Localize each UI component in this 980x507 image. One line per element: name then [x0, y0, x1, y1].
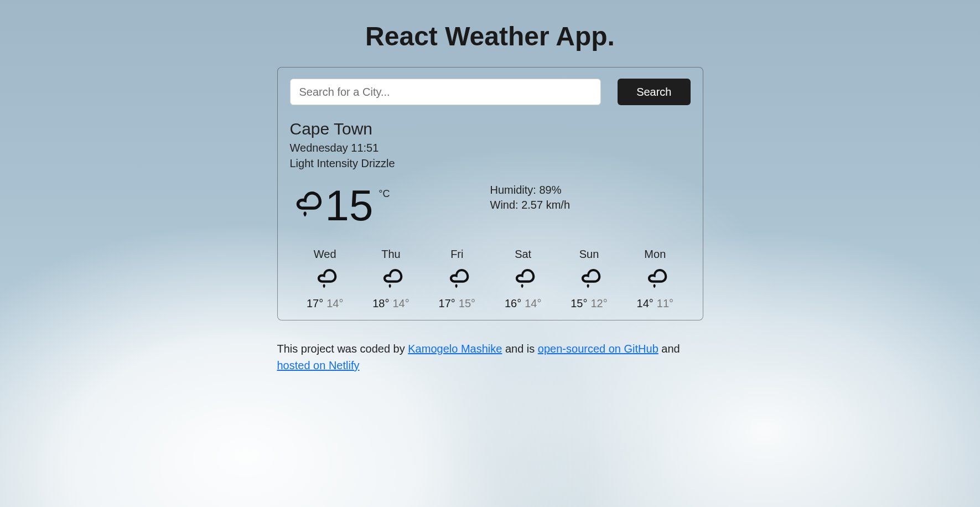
forecast-day-name: Mon	[622, 248, 688, 261]
author-link[interactable]: Kamogelo Mashike	[408, 343, 502, 355]
forecast-low: 14°	[326, 297, 343, 309]
current-left: 15 °C	[290, 180, 490, 227]
forecast-high: 18°	[372, 297, 389, 309]
forecast-low: 11°	[657, 297, 673, 309]
drizzle-icon	[643, 263, 667, 292]
github-link[interactable]: open-sourced on GitHub	[538, 343, 658, 355]
forecast-high: 14°	[637, 297, 654, 309]
current-stats: Humidity: 89% Wind: 2.57 km/h	[490, 180, 691, 213]
forecast-row: Wed 17°14° Thu 18°14° Fri 17°15°	[290, 248, 691, 310]
forecast-day-name: Sat	[490, 248, 556, 261]
footer-text: This project was coded by	[277, 343, 408, 355]
forecast-low: 14°	[525, 297, 541, 309]
footer-text: and	[658, 343, 680, 355]
forecast-low: 15°	[459, 297, 475, 309]
forecast-high: 16°	[505, 297, 521, 309]
drizzle-icon	[577, 263, 601, 292]
forecast-day: Wed 17°14°	[292, 248, 358, 310]
forecast-high: 15°	[571, 297, 587, 309]
forecast-high: 17°	[439, 297, 455, 309]
forecast-temps: 17°15°	[424, 297, 490, 310]
city-name: Cape Town	[290, 120, 691, 138]
forecast-day: Mon 14°11°	[622, 248, 688, 310]
drizzle-icon	[378, 263, 403, 292]
current-condition: Light Intensity Drizzle	[290, 156, 691, 170]
forecast-day: Fri 17°15°	[424, 248, 490, 310]
forecast-low: 12°	[590, 297, 607, 309]
forecast-day: Sat 16°14°	[490, 248, 556, 310]
temperature-unit-link[interactable]: °C	[378, 188, 390, 200]
footer-text: and is	[502, 343, 537, 355]
forecast-temps: 17°14°	[292, 297, 358, 310]
page-title: React Weather App.	[277, 21, 703, 51]
weather-card: Search Cape Town Wednesday 11:51 Light I…	[277, 67, 703, 320]
forecast-high: 17°	[307, 297, 323, 309]
forecast-day-name: Thu	[358, 248, 424, 261]
drizzle-icon	[511, 263, 535, 292]
current-row: 15 °C Humidity: 89% Wind: 2.57 km/h	[290, 180, 691, 227]
search-row: Search	[290, 79, 691, 105]
forecast-day-name: Fri	[424, 248, 490, 261]
forecast-temps: 18°14°	[358, 297, 424, 310]
forecast-temps: 14°11°	[622, 297, 688, 310]
footer-credits: This project was coded by Kamogelo Mashi…	[277, 340, 703, 374]
forecast-day: Sun 15°12°	[556, 248, 622, 310]
wind-label: Wind: 2.57 km/h	[490, 198, 691, 213]
drizzle-icon	[313, 263, 337, 292]
current-datetime: Wednesday 11:51	[290, 141, 691, 155]
current-temperature: 15	[325, 184, 374, 227]
drizzle-icon	[445, 263, 469, 292]
forecast-temps: 15°12°	[556, 297, 622, 310]
netlify-link[interactable]: hosted on Netlify	[277, 359, 360, 371]
forecast-day-name: Sun	[556, 248, 622, 261]
drizzle-icon	[290, 183, 322, 223]
forecast-day: Thu 18°14°	[358, 248, 424, 310]
search-input[interactable]	[290, 79, 602, 105]
humidity-label: Humidity: 89%	[490, 183, 691, 198]
forecast-low: 14°	[392, 297, 409, 309]
forecast-day-name: Wed	[292, 248, 358, 261]
forecast-temps: 16°14°	[490, 297, 556, 310]
search-button[interactable]: Search	[618, 79, 690, 105]
